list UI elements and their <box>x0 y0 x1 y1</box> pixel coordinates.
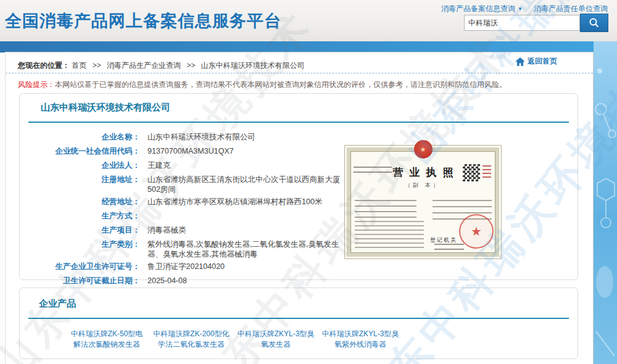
license-serial-text <box>482 165 491 180</box>
section-divider <box>28 318 569 319</box>
field-value: 紫外线消毒器,次氯酸钠发生器,二氧化氯发生器,臭氧发生器、臭氧水发生器,其他器械… <box>147 239 351 259</box>
breadcrumb-prefix: 您现在的位置： <box>18 61 70 70</box>
field-value: 山东中科瑞沃环境技术有限公司 <box>147 132 255 144</box>
section-divider <box>28 122 569 123</box>
back-home-link[interactable]: 返回首页 <box>515 56 557 67</box>
field-label: 生产方式： <box>20 211 140 223</box>
breadcrumb-home-link[interactable]: 首页 <box>72 61 86 70</box>
field-row-production-item: 生产项目： 消毒器械类 <box>20 223 365 237</box>
field-label: 生产项目： <box>20 225 140 237</box>
risk-notice: 风险提示：本网站仅基于已掌握的信息提供查询服务，查询结果不代表本网站对被查询对象… <box>18 80 507 90</box>
home-icon <box>515 57 525 66</box>
field-value: 鲁卫消证字202104020 <box>147 262 225 273</box>
field-row-business-address: 经营地址： 山东省潍坊市寒亭区双杨店镇湖淋埠村村路西100米 <box>20 194 365 209</box>
field-row-name: 企业名称： 山东中科瑞沃环境技术有限公司 <box>20 130 365 144</box>
national-emblem-icon: ★ <box>414 140 433 159</box>
field-value: 山东省潍坊市寒亭区双杨店镇湖淋埠村村路西100米 <box>147 197 322 209</box>
search-input[interactable] <box>464 15 580 31</box>
field-label: 企业名称： <box>20 132 140 144</box>
breadcrumb-separator: >> <box>186 61 195 70</box>
license-subtitle: （副 本） <box>345 181 501 189</box>
risk-notice-label: 风险提示： <box>18 80 55 89</box>
nav-record-info-query[interactable]: 消毒产品备案信息查询▼ <box>441 4 523 14</box>
top-nav: 消毒产品备案信息查询▼ 消毒产品责任单位查询 <box>441 4 608 14</box>
field-value: 91370700MA3M3U1QX7 <box>147 146 234 158</box>
product-link[interactable]: 中科瑞沃牌ZKYL-3型臭氧紫外线消毒器 <box>321 329 400 350</box>
search-icon <box>589 17 600 28</box>
field-row-production-mode: 生产方式： <box>20 209 365 223</box>
site-header: 全国消毒产品网上备案信息服务平台 消毒产品备案信息查询▼ 消毒产品责任单位查询 <box>0 0 617 41</box>
primary-nav-bar <box>0 41 617 52</box>
field-row-hygiene-license-no: 生产企业卫生许可证号： 鲁卫消证字202104020 <box>20 259 365 273</box>
qr-code <box>463 164 480 181</box>
page: 全国消毒产品网上备案信息服务平台 消毒产品备案信息查询▼ 消毒产品责任单位查询 <box>0 0 617 364</box>
field-value: 消毒器械类 <box>147 225 186 237</box>
breadcrumb-category-link[interactable]: 消毒产品生产企业查询 <box>107 61 181 70</box>
company-info-panel: 山东中科瑞沃环境技术有限公司 企业名称： 山东中科瑞沃环境技术有限公司 企业统一… <box>19 93 578 280</box>
risk-notice-text: 本网站仅基于已掌握的信息提供查询服务，查询结果不代表本网站对被查询对象信用状况的… <box>55 80 507 89</box>
field-label: 注册地址： <box>20 175 140 194</box>
license-credit-code-lines <box>354 167 392 175</box>
field-row-registered-address: 注册地址： 山东省潍坊高新区玉清东街以北中心次干道以西商新大厦502房间 <box>20 172 365 194</box>
breadcrumb: 您现在的位置： 首页 >> 消毒产品生产企业查询 >> 山东中科瑞沃环境技术有限… <box>6 57 593 73</box>
field-label: 经营地址： <box>20 197 140 209</box>
company-products-panel: 企业产品 中科瑞沃牌ZK-50型电解法次氯酸钠发生器 中科瑞沃牌ZK-200型化… <box>19 287 578 359</box>
field-value: 王建克 <box>147 160 171 172</box>
products-title: 企业产品 <box>39 298 76 310</box>
red-seal-icon: ★ <box>459 214 494 249</box>
license-date-lines <box>434 244 464 250</box>
breadcrumb-current: 山东中科瑞沃环境技术有限公司 <box>201 61 305 70</box>
nav-responsible-unit-query[interactable]: 消毒产品责任单位查询 <box>534 4 608 14</box>
product-link[interactable]: 中科瑞沃牌ZKYL-3型臭氧发生器 <box>236 329 315 350</box>
product-links: 中科瑞沃牌ZK-50型电解法次氯酸钠发生器 中科瑞沃牌ZK-200型化学法二氧化… <box>67 329 400 350</box>
field-row-credit-code: 企业统一社会信用代码： 91370700MA3M3U1QX7 <box>20 144 365 158</box>
license-business-scope-lines <box>355 221 424 248</box>
field-label: 生产类别： <box>20 239 140 259</box>
license-left-fields-lines <box>355 200 416 218</box>
company-fields: 企业名称： 山东中科瑞沃环境技术有限公司 企业统一社会信用代码： 9137070… <box>20 130 365 287</box>
field-row-license-expiry: 卫生许可证截止日期： 2025-04-08 <box>20 273 365 287</box>
product-link[interactable]: 中科瑞沃牌ZK-50型电解法次氯酸钠发生器 <box>67 329 146 350</box>
decorative-molecules-background <box>594 41 617 364</box>
nav-record-info-query-label: 消毒产品备案信息查询 <box>441 4 515 13</box>
company-title: 山东中科瑞沃环境技术有限公司 <box>41 102 170 114</box>
field-label: 生产企业卫生许可证号： <box>20 262 140 273</box>
search-button[interactable] <box>580 14 608 32</box>
breadcrumb-separator: >> <box>93 61 101 70</box>
field-label: 企业法人： <box>20 160 140 172</box>
field-value: 山东省潍坊高新区玉清东街以北中心次干道以西商新大厦502房间 <box>147 175 351 194</box>
business-license-image: ★ 营业执照 （副 本） 登记机关 ★ <box>344 145 502 259</box>
back-home-label: 返回首页 <box>528 56 557 67</box>
field-row-legal-person: 企业法人： 王建克 <box>20 158 365 172</box>
main-content: 您现在的位置： 首页 >> 消毒产品生产企业查询 >> 山东中科瑞沃环境技术有限… <box>5 52 594 364</box>
field-label: 企业统一社会信用代码： <box>20 146 140 158</box>
field-value: 2025-04-08 <box>147 276 187 287</box>
search-bar <box>464 14 608 32</box>
site-title: 全国消毒产品网上备案信息服务平台 <box>5 10 281 32</box>
product-link[interactable]: 中科瑞沃牌ZK-200型化学法二氧化氯发生器 <box>152 329 231 350</box>
chevron-down-icon: ▼ <box>518 6 523 12</box>
field-label: 卫生许可证截止日期： <box>20 276 140 287</box>
field-row-production-category: 生产类别： 紫外线消毒器,次氯酸钠发生器,二氧化氯发生器,臭氧发生器、臭氧水发生… <box>20 237 365 259</box>
